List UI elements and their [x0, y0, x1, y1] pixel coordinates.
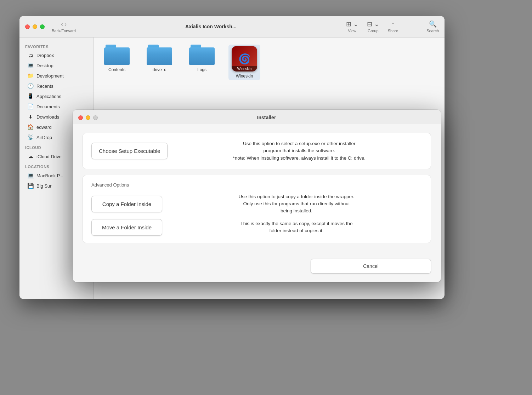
- sidebar-label-icloud-drive: iCloud Drive: [36, 154, 62, 159]
- sidebar-label-desktop: Desktop: [36, 63, 53, 68]
- file-label-logs: Logs: [197, 67, 206, 72]
- group-label: Group: [368, 29, 379, 33]
- wineskin-spiral-icon: 🌀: [238, 53, 251, 65]
- dialog-titlebar: Installer: [73, 110, 441, 124]
- dropbox-icon: 🗂: [27, 52, 34, 58]
- file-item-drive-c[interactable]: drive_c: [143, 45, 175, 80]
- view-label: View: [348, 29, 356, 33]
- file-item-contents[interactable]: Contents: [101, 45, 133, 80]
- file-label-wineskin: Wineskin: [236, 74, 253, 79]
- sidebar-label-development: Development: [36, 73, 64, 79]
- sidebar-label-applications: Applications: [36, 94, 61, 99]
- file-label-contents: Contents: [108, 67, 125, 72]
- copy-folder-button[interactable]: Copy a Folder Inside: [91, 196, 162, 212]
- desktop-icon: 💻: [27, 62, 34, 69]
- dialog-traffic-lights: [78, 115, 98, 120]
- sidebar-label-edward: edward: [36, 125, 52, 130]
- sidebar-label-documents: Documents: [36, 104, 60, 109]
- group-group: ⊟ ⌄ Group: [367, 20, 379, 33]
- applications-icon: 📱: [27, 93, 34, 99]
- wineskin-overlay-label: Wineskin: [232, 66, 257, 71]
- sidebar-label-airdrop: AirDrop: [36, 135, 52, 140]
- finder-minimize-button[interactable]: [33, 24, 37, 29]
- finder-toolbar: ‹ › Back/Forward Axialis Icon Worksh... …: [52, 20, 439, 33]
- finder-titlebar: ‹ › Back/Forward Axialis Icon Worksh... …: [19, 16, 445, 38]
- dialog-minimize-button[interactable]: [86, 115, 90, 120]
- home-icon: 🏠: [27, 124, 34, 130]
- downloads-icon: ⬇: [27, 114, 34, 120]
- file-item-wineskin[interactable]: 🌀 Wineskin Wineskin: [228, 45, 260, 80]
- share-label: Share: [388, 29, 398, 33]
- icloud-icon: ☁: [27, 153, 34, 160]
- sidebar-label-recents: Recents: [36, 84, 53, 89]
- sidebar-label-dropbox: Dropbox: [36, 53, 54, 58]
- folder-icon-drive-c: [147, 45, 172, 65]
- choose-setup-description: Use this option to select a setup.exe or…: [176, 140, 422, 162]
- sidebar-label-macbook: MacBook P...: [36, 173, 63, 178]
- forward-icon[interactable]: ›: [64, 21, 67, 28]
- finder-traffic-lights: [25, 24, 45, 29]
- sidebar-label-big-sur: Big Sur: [36, 183, 52, 189]
- sidebar-item-recents[interactable]: 🕐 Recents: [22, 81, 91, 91]
- sidebar-item-dropbox[interactable]: 🗂 Dropbox: [22, 51, 91, 60]
- dialog-maximize-button[interactable]: [93, 115, 98, 120]
- dialog-title: Installer: [98, 115, 435, 120]
- search-label: Search: [426, 29, 439, 33]
- sidebar-item-development[interactable]: 📁 Development: [22, 71, 91, 81]
- file-label-drive-c: drive_c: [153, 67, 166, 72]
- wineskin-app-icon: 🌀 Wineskin: [232, 46, 257, 71]
- favorites-header: Favorites: [19, 42, 94, 50]
- advanced-options-list: Copy a Folder Inside Use this option to …: [91, 193, 422, 236]
- advanced-options-section: Advanced Options Copy a Folder Inside Us…: [83, 175, 431, 243]
- macbook-icon: 💻: [27, 172, 34, 179]
- cancel-button[interactable]: Cancel: [311, 259, 431, 274]
- choose-setup-button[interactable]: Choose Setup Executable: [91, 143, 168, 159]
- finder-close-button[interactable]: [25, 24, 30, 29]
- dialog-close-button[interactable]: [78, 115, 83, 120]
- sidebar-label-downloads: Downloads: [36, 114, 59, 120]
- documents-icon: 📄: [27, 103, 34, 110]
- back-forward-label: Back/Forward: [52, 29, 76, 33]
- view-group: ⊞ ⌄ View: [346, 20, 358, 33]
- finder-window-title: Axialis Icon Worksh...: [84, 24, 338, 29]
- copy-folder-description: Use this option to just copy a folder in…: [171, 193, 422, 215]
- sidebar-item-desktop[interactable]: 💻 Desktop: [22, 61, 91, 70]
- move-folder-button[interactable]: Move a Folder Inside: [91, 219, 162, 236]
- choose-setup-row: Choose Setup Executable Use this option …: [91, 140, 422, 162]
- choose-setup-card: Choose Setup Executable Use this option …: [83, 133, 431, 169]
- folder-icon-contents: [104, 45, 130, 65]
- sidebar-item-applications[interactable]: 📱 Applications: [22, 91, 91, 101]
- move-folder-row: Move a Folder Inside This is exactly the…: [91, 219, 422, 236]
- airdrop-icon: 📡: [27, 134, 34, 141]
- share-group: ↑ Share: [388, 21, 398, 33]
- copy-folder-row: Copy a Folder Inside Use this option to …: [91, 193, 422, 215]
- search-group[interactable]: 🔍 Search: [426, 20, 439, 33]
- back-forward-group: ‹ › Back/Forward: [52, 21, 76, 33]
- back-icon[interactable]: ‹: [61, 21, 63, 28]
- advanced-options-label: Advanced Options: [91, 182, 422, 188]
- file-item-logs[interactable]: Logs: [186, 45, 218, 80]
- dialog-body: Choose Setup Executable Use this option …: [73, 124, 441, 253]
- move-folder-description: This is exactly the same as copy, except…: [171, 220, 422, 235]
- development-icon: 📁: [27, 73, 34, 79]
- big-sur-icon: 💾: [27, 183, 34, 189]
- recents-icon: 🕐: [27, 83, 34, 89]
- finder-maximize-button[interactable]: [40, 24, 45, 29]
- folder-icon-logs: [189, 45, 215, 65]
- dialog-footer: Cancel: [73, 253, 441, 282]
- installer-dialog: Installer Choose Setup Executable Use th…: [73, 110, 441, 282]
